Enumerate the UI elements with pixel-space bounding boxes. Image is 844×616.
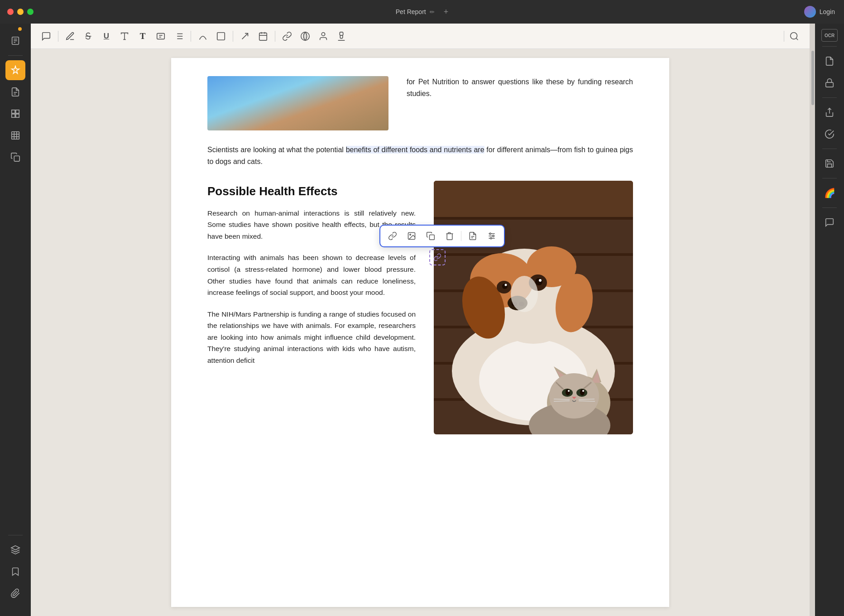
para-3: The NIH/Mars Partnership is funding a ra… bbox=[207, 308, 416, 366]
svg-rect-40 bbox=[430, 235, 435, 240]
user-avatar[interactable] bbox=[804, 6, 816, 18]
svg-point-90 bbox=[568, 390, 570, 392]
left-sidebar bbox=[0, 24, 31, 616]
toolbar-person-icon[interactable] bbox=[315, 28, 331, 44]
toolbar-text-icon[interactable] bbox=[116, 28, 133, 44]
sidebar-icon-table[interactable] bbox=[5, 125, 25, 145]
maximize-button[interactable] bbox=[27, 9, 34, 15]
sidebar-divider-2 bbox=[8, 535, 23, 535]
sidebar-icon-layout[interactable] bbox=[5, 104, 25, 124]
svg-rect-9 bbox=[16, 114, 19, 117]
login-label[interactable]: Login bbox=[820, 8, 835, 15]
svg-point-88 bbox=[566, 389, 570, 395]
dog-cat-image bbox=[434, 181, 633, 434]
right-save-icon[interactable] bbox=[820, 154, 839, 173]
right-sidebar: OCR 🌈 bbox=[815, 24, 844, 616]
toolbar: U T bbox=[31, 24, 810, 49]
svg-line-94 bbox=[579, 399, 595, 399]
right-divider-2 bbox=[822, 97, 837, 98]
toolbar-link-icon[interactable] bbox=[279, 28, 295, 44]
toolbar-chat-icon[interactable] bbox=[38, 28, 54, 44]
sidebar-icon-copy[interactable] bbox=[5, 147, 25, 167]
text-column: Possible Health Effects Research on huma… bbox=[207, 181, 416, 434]
svg-point-74 bbox=[511, 276, 538, 312]
toolbar-underline-icon[interactable]: U bbox=[98, 28, 115, 44]
toolbar-circle-icon[interactable] bbox=[297, 28, 313, 44]
toolbar-right bbox=[782, 28, 802, 44]
scientists-section: Scientists are looking at what the poten… bbox=[207, 144, 633, 168]
sidebar-icon-bookmark[interactable] bbox=[5, 562, 25, 582]
toolbar-text-box-icon[interactable] bbox=[153, 28, 169, 44]
right-doc-icon[interactable] bbox=[820, 51, 839, 71]
right-ocr-icon[interactable]: OCR bbox=[821, 29, 838, 42]
sidebar-divider-1 bbox=[8, 55, 23, 56]
login-area: Login bbox=[804, 6, 835, 18]
svg-point-47 bbox=[493, 235, 494, 236]
annotation-divider bbox=[461, 231, 461, 241]
toolbar-stamp-icon[interactable] bbox=[333, 28, 350, 44]
new-tab-button[interactable]: + bbox=[444, 7, 449, 17]
sidebar-icon-paperclip[interactable] bbox=[5, 583, 25, 603]
toolbar-divider-4 bbox=[275, 31, 275, 42]
annotation-link-btn[interactable] bbox=[385, 228, 400, 244]
right-divider-1 bbox=[822, 46, 837, 47]
svg-rect-51 bbox=[434, 217, 633, 220]
svg-point-35 bbox=[321, 32, 325, 35]
sidebar-icon-note[interactable] bbox=[5, 82, 25, 102]
svg-rect-15 bbox=[14, 156, 19, 161]
sidebar-icon-highlight[interactable] bbox=[5, 60, 25, 80]
document-area: U T bbox=[31, 24, 810, 616]
svg-line-37 bbox=[796, 38, 798, 40]
svg-rect-29 bbox=[217, 32, 225, 40]
toolbar-bold-text-icon[interactable]: T bbox=[134, 28, 151, 44]
annotation-settings-btn[interactable] bbox=[484, 228, 499, 244]
scrollbar[interactable] bbox=[810, 24, 815, 616]
sidebar-icon-layers[interactable] bbox=[5, 540, 25, 560]
app-container: U T bbox=[0, 24, 844, 616]
intro-text: for Pet Nutrition to answer questions li… bbox=[407, 76, 633, 99]
svg-point-46 bbox=[489, 233, 491, 234]
sidebar-icon-doc[interactable] bbox=[5, 31, 25, 51]
svg-rect-7 bbox=[16, 110, 19, 113]
toolbar-arrow-icon[interactable] bbox=[237, 28, 253, 44]
annotation-note-btn[interactable] bbox=[465, 228, 480, 244]
toolbar-search-icon[interactable] bbox=[786, 28, 802, 44]
toolbar-list-icon[interactable] bbox=[171, 28, 187, 44]
document-page: for Pet Nutrition to answer questions li… bbox=[171, 58, 669, 607]
close-button[interactable] bbox=[7, 9, 14, 15]
svg-rect-8 bbox=[12, 114, 15, 117]
right-check-icon[interactable] bbox=[820, 124, 839, 144]
minimize-button[interactable] bbox=[17, 9, 24, 15]
window-title-area: Pet Report ✏ + bbox=[396, 7, 448, 17]
right-rainbow-icon[interactable]: 🌈 bbox=[820, 183, 839, 203]
right-share-icon[interactable] bbox=[820, 102, 839, 122]
scrollbar-thumb[interactable] bbox=[811, 51, 814, 105]
svg-rect-20 bbox=[157, 33, 165, 39]
annotation-image-btn[interactable] bbox=[404, 228, 419, 244]
health-effects-heading: Possible Health Effects bbox=[207, 184, 416, 198]
right-divider-3 bbox=[822, 149, 837, 149]
sidebar-bottom bbox=[5, 532, 25, 611]
annotation-copy-btn[interactable] bbox=[423, 228, 438, 244]
svg-point-81 bbox=[549, 373, 599, 419]
title-edit-icon[interactable]: ✏ bbox=[430, 9, 435, 15]
svg-marker-16 bbox=[11, 546, 19, 550]
intro-row: for Pet Nutrition to answer questions li… bbox=[207, 76, 633, 130]
toolbar-calendar-icon[interactable] bbox=[255, 28, 271, 44]
svg-point-89 bbox=[580, 389, 585, 395]
document-content: for Pet Nutrition to answer questions li… bbox=[31, 49, 810, 616]
annotation-anchor bbox=[429, 249, 446, 265]
toolbar-pen-icon[interactable] bbox=[62, 28, 78, 44]
annotation-delete-btn[interactable] bbox=[442, 228, 457, 244]
right-chat-icon[interactable] bbox=[820, 212, 839, 232]
toolbar-strikethrough-icon[interactable] bbox=[80, 28, 96, 44]
svg-point-91 bbox=[582, 390, 584, 392]
svg-point-48 bbox=[490, 237, 492, 239]
toolbar-shape-icon[interactable] bbox=[213, 28, 229, 44]
right-lock-icon[interactable] bbox=[820, 73, 839, 93]
svg-rect-96 bbox=[826, 82, 834, 87]
intro-paragraph: for Pet Nutrition to answer questions li… bbox=[407, 78, 633, 97]
toolbar-curve-icon[interactable] bbox=[195, 28, 211, 44]
svg-line-93 bbox=[554, 401, 570, 401]
scientists-text-part1: Scientists are looking at what the poten… bbox=[207, 146, 346, 154]
